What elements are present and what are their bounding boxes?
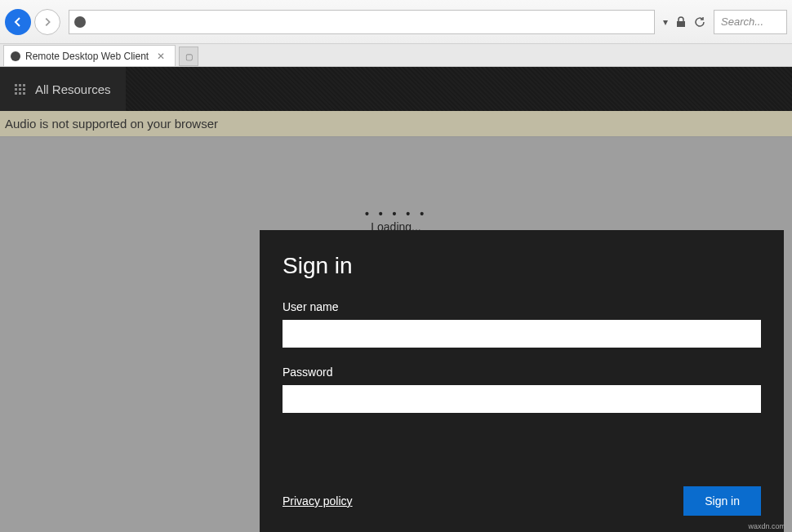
lock-icon xyxy=(676,16,686,28)
username-label: User name xyxy=(283,300,761,313)
forward-button[interactable] xyxy=(34,9,60,35)
signin-button[interactable]: Sign in xyxy=(683,486,761,516)
tab-strip: Remote Desktop Web Client ✕ ▢ xyxy=(0,44,792,67)
password-label: Password xyxy=(283,366,761,379)
address-bar[interactable] xyxy=(69,10,655,34)
dropdown-icon[interactable]: ▾ xyxy=(663,16,668,28)
arrow-left-icon xyxy=(11,16,24,29)
browser-tab[interactable]: Remote Desktop Web Client ✕ xyxy=(3,45,176,66)
search-input[interactable]: Search... xyxy=(714,10,787,34)
search-placeholder: Search... xyxy=(721,16,763,28)
loading-dots-icon: • • • • • xyxy=(365,207,427,220)
tab-title: Remote Desktop Web Client xyxy=(25,51,149,62)
privacy-policy-link[interactable]: Privacy policy xyxy=(283,494,353,508)
address-bar-controls: ▾ xyxy=(658,16,710,28)
username-input[interactable] xyxy=(283,320,761,348)
notification-text: Audio is not supported on your browser xyxy=(5,117,218,131)
notification-bar: Audio is not supported on your browser xyxy=(0,111,792,137)
svg-rect-0 xyxy=(677,21,685,27)
new-tab-button[interactable]: ▢ xyxy=(179,47,198,66)
dialog-title: Sign in xyxy=(283,253,761,279)
refresh-icon[interactable] xyxy=(694,16,705,28)
app-header-label: All Resources xyxy=(35,82,111,96)
back-button[interactable] xyxy=(5,9,31,35)
browser-toolbar: ▾ Search... xyxy=(0,0,792,44)
arrow-right-icon xyxy=(42,16,53,28)
watermark: waxdn.com xyxy=(748,522,785,530)
close-tab-button[interactable]: ✕ xyxy=(154,51,168,62)
dialog-footer: Privacy policy Sign in xyxy=(283,475,761,516)
favicon-icon xyxy=(11,51,20,61)
grid-icon xyxy=(15,84,25,95)
page-content: All Resources Audio is not supported on … xyxy=(0,67,792,532)
app-header: All Resources xyxy=(0,67,792,111)
signin-dialog: Sign in User name Password Privacy polic… xyxy=(260,230,784,532)
password-input[interactable] xyxy=(283,385,761,413)
all-resources-tab[interactable]: All Resources xyxy=(0,67,126,111)
globe-icon xyxy=(74,16,86,28)
